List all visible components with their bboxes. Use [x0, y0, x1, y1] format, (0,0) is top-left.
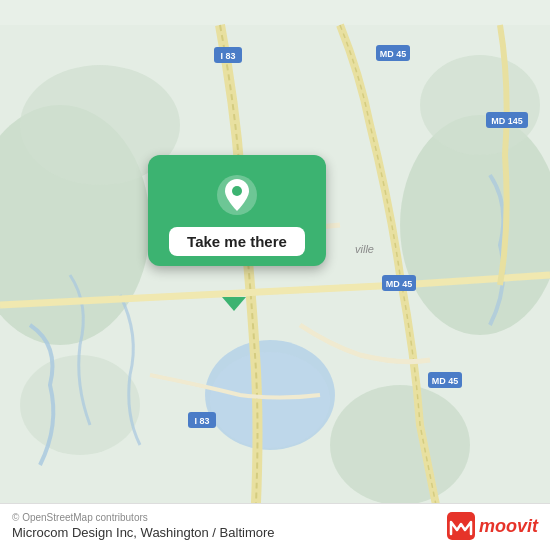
svg-text:I 83: I 83 [194, 416, 209, 426]
svg-point-8 [210, 352, 330, 448]
svg-text:I 83: I 83 [220, 51, 235, 61]
map-container: I 83 MD 45 MD 145 I 83 MD 45 MD 45 I 83 … [0, 0, 550, 550]
svg-text:MD 45: MD 45 [432, 376, 459, 386]
moovit-icon [447, 512, 475, 540]
copyright-text: © OpenStreetMap contributors [12, 512, 275, 523]
svg-text:MD 145: MD 145 [491, 116, 523, 126]
svg-text:MD 45: MD 45 [380, 49, 407, 59]
svg-text:MD 45: MD 45 [386, 279, 413, 289]
moovit-text: moovit [479, 516, 538, 537]
svg-point-4 [420, 55, 540, 155]
bottom-left-info: © OpenStreetMap contributors Microcom De… [12, 512, 275, 540]
location-pin-icon [215, 173, 259, 217]
popup-card: Take me there [148, 155, 326, 266]
svg-text:ville: ville [355, 243, 374, 255]
bottom-bar: © OpenStreetMap contributors Microcom De… [0, 503, 550, 550]
popup-tail [222, 297, 246, 311]
take-me-there-button[interactable]: Take me there [169, 227, 305, 256]
svg-point-5 [330, 385, 470, 505]
svg-point-27 [232, 186, 242, 196]
location-label: Microcom Design Inc, Washington / Baltim… [12, 525, 275, 540]
popup-icon-area [195, 155, 279, 227]
moovit-logo[interactable]: moovit [447, 512, 538, 540]
map-background: I 83 MD 45 MD 145 I 83 MD 45 MD 45 I 83 … [0, 0, 550, 550]
